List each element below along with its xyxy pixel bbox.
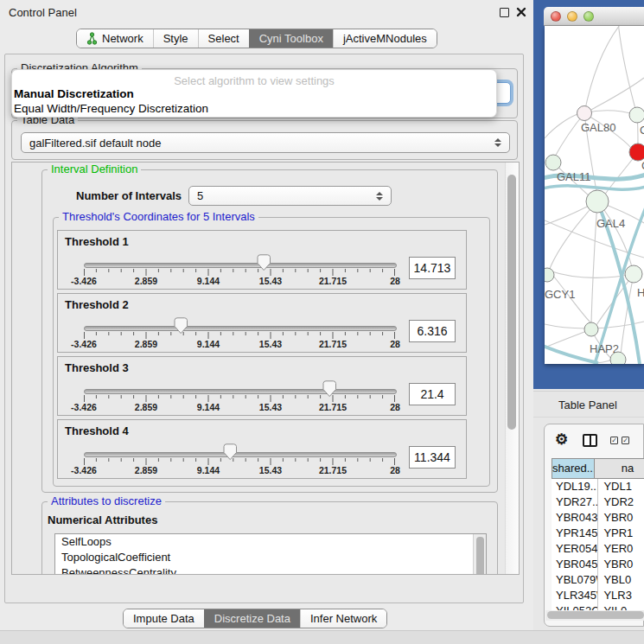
table-row[interactable]: YDL19...YDL1 xyxy=(552,479,644,494)
settings-scrollbar-thumb[interactable] xyxy=(507,175,516,430)
tick-label: 21.715 xyxy=(319,465,347,475)
table-hscrollbar-thumb[interactable] xyxy=(547,611,644,619)
control-panel-tabbar: NetworkStyleSelectCyni ToolboxjActiveMNo… xyxy=(76,29,437,48)
network-node-GAL?[interactable] xyxy=(629,107,644,123)
table-hscrollbar-track[interactable] xyxy=(545,610,644,621)
attributes-list-scrollbar[interactable] xyxy=(473,534,486,575)
network-graph[interactable]: GAL80GACGAL11GAL4GCY1HHAP2 xyxy=(545,26,644,364)
traffic-light-minimize-icon[interactable] xyxy=(567,11,577,22)
network-node-HAP2[interactable] xyxy=(584,322,598,336)
tab-network[interactable]: Network xyxy=(77,29,153,48)
tick-label: 28 xyxy=(390,339,400,349)
network-edge[interactable] xyxy=(545,114,577,138)
slider-track[interactable] xyxy=(84,326,397,331)
threshold-value-field[interactable]: 14.713 xyxy=(409,257,456,279)
threshold-label: Threshold 4 xyxy=(65,424,129,437)
column-header-1[interactable]: shared... xyxy=(552,458,595,479)
network-node-GAL4[interactable] xyxy=(586,190,609,213)
traffic-light-close-icon[interactable] xyxy=(551,11,561,22)
split-columns-icon[interactable] xyxy=(583,434,597,447)
tab-jactivemnodules[interactable]: jActiveMNodules xyxy=(333,29,437,48)
tab-cyni-toolbox[interactable]: Cyni Toolbox xyxy=(249,29,333,48)
tab-impute-data[interactable]: Impute Data xyxy=(124,609,204,628)
slider-handle[interactable] xyxy=(174,317,188,335)
network-node-GCY1[interactable] xyxy=(545,268,554,282)
tab-select[interactable]: Select xyxy=(198,29,249,48)
table-data-combobox[interactable]: galFiltered.sif default node xyxy=(21,132,510,153)
network-window-titlebar[interactable] xyxy=(544,7,644,26)
network-node-bottom-node[interactable] xyxy=(610,352,626,364)
tick-label: 21.715 xyxy=(319,339,347,349)
threshold-value-field[interactable]: 11.344 xyxy=(409,446,456,469)
slider-handle[interactable] xyxy=(223,443,238,461)
table-row[interactable]: YDR27...YDR2 xyxy=(552,494,644,510)
checkbox-icon[interactable]: ✓ xyxy=(610,437,618,444)
column-header-2[interactable]: na xyxy=(595,458,644,479)
float-panel-icon[interactable] xyxy=(500,8,509,17)
network-edge[interactable] xyxy=(555,113,584,156)
slider-tick-labels: -3.4262.8599.14415.4321.71528 xyxy=(84,339,395,350)
attribute-list-item[interactable]: TopologicalCoefficient xyxy=(55,550,486,565)
table-row[interactable]: YPR145WYPR1 xyxy=(552,526,644,541)
table-row[interactable]: YLR345WYLR3 xyxy=(552,588,644,603)
slider-handle[interactable] xyxy=(257,254,271,271)
tab-label: Infer Network xyxy=(310,612,377,625)
tick-label: 21.715 xyxy=(319,402,347,412)
network-node-H?[interactable] xyxy=(625,265,642,283)
tab-label: Style xyxy=(163,32,188,45)
table-row[interactable]: YBL079WYBL0 xyxy=(552,572,644,588)
gear-icon[interactable]: ⚙ xyxy=(555,431,568,449)
tick-label: -3.426 xyxy=(71,465,97,475)
network-edge[interactable] xyxy=(549,201,597,271)
threshold-label: Threshold 3 xyxy=(65,361,129,374)
close-panel-icon[interactable] xyxy=(516,7,526,17)
network-edge-highlighted[interactable] xyxy=(545,186,644,189)
table-cell: YDR27... xyxy=(552,494,598,510)
network-edge[interactable] xyxy=(618,26,637,115)
tick-label: 2.859 xyxy=(135,402,157,412)
tick-label: -3.426 xyxy=(71,402,97,412)
network-node-red-node[interactable] xyxy=(629,143,644,161)
attributes-list-scroll-thumb[interactable] xyxy=(476,537,484,575)
attribute-list-item[interactable]: SelfLoops xyxy=(55,534,486,550)
network-edge[interactable] xyxy=(591,78,644,110)
network-node-GAL80[interactable] xyxy=(577,106,592,121)
table-row[interactable]: YBR043CYBR0 xyxy=(552,510,644,526)
network-node-label: GAL11 xyxy=(557,170,591,183)
tab-label: Select xyxy=(208,32,239,45)
attribute-list-item[interactable]: BetweennessCentrality xyxy=(55,565,486,575)
checkbox-icon[interactable]: ✓ xyxy=(622,437,629,444)
app-root: Control Panel NetworkStyleSelectCyni Too… xyxy=(0,0,644,644)
threshold-box: Threshold 2-3.4262.8599.14415.4321.71528… xyxy=(57,293,467,353)
network-edge[interactable] xyxy=(584,26,622,113)
table-row[interactable]: YBR045CYBR0 xyxy=(552,557,644,572)
table-row[interactable]: YER054CYER0 xyxy=(552,541,644,557)
control-panel-titlebar: Control Panel xyxy=(0,0,533,24)
traffic-light-zoom-icon[interactable] xyxy=(583,11,594,22)
num-intervals-combobox[interactable]: 5 xyxy=(188,186,392,206)
network-node-GAL11[interactable] xyxy=(545,155,561,170)
stepper-arrows-icon xyxy=(494,138,501,147)
slider-handle[interactable] xyxy=(322,380,337,398)
tab-label: Cyni Toolbox xyxy=(259,32,323,45)
network-edge[interactable] xyxy=(545,329,591,348)
threshold-value-field[interactable]: 21.4 xyxy=(409,383,456,405)
table-cell: YBL079W xyxy=(552,572,598,588)
table-cell: YBR043C xyxy=(552,510,598,526)
tab-infer-network[interactable]: Infer Network xyxy=(300,609,386,628)
table-data-group: Table Data galFiltered.sif default node xyxy=(11,120,518,160)
algorithm-popup-item[interactable]: Equal Width/Frequency Discretization xyxy=(14,102,208,115)
network-canvas[interactable]: GAL80GACGAL11GAL4GCY1HHAP2 xyxy=(545,26,644,364)
tab-style[interactable]: Style xyxy=(153,29,198,48)
tab-discretize-data[interactable]: Discretize Data xyxy=(204,609,300,628)
slider-track[interactable] xyxy=(84,452,397,457)
threshold-value-field[interactable]: 6.316 xyxy=(409,320,456,342)
slider-track[interactable] xyxy=(84,389,397,394)
thresholds-group: Threshold's Coordinates for 5 Intervals … xyxy=(53,217,490,487)
network-edge[interactable] xyxy=(549,271,631,277)
algorithm-popup-item[interactable]: Manual Discretization xyxy=(14,87,134,100)
threshold-label: Threshold 1 xyxy=(65,235,129,248)
attributes-listbox[interactable]: SelfLoopsTopologicalCoefficientBetweenne… xyxy=(54,533,487,575)
tick-label: 9.144 xyxy=(197,276,220,286)
slider-track[interactable] xyxy=(84,263,397,268)
